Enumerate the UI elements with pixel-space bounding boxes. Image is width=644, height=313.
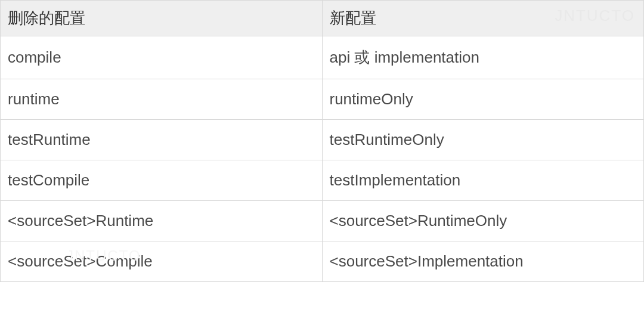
watermark-text: JNTUCTO [66,247,141,264]
table-header-row: 删除的配置 新配置 JNTUCTO [1,1,644,36]
cell-removed: runtime [1,79,323,120]
cell-new: testRuntimeOnly [322,120,644,160]
cell-new: api 或 implementation [322,36,644,79]
watermark-text: JNTUCTO [555,7,635,25]
cell-new: runtimeOnly [322,79,644,120]
table-row: runtime runtimeOnly [1,79,644,120]
cell-new: <sourceSet>Implementation [322,241,644,282]
cell-removed: JNTUCTO <sourceSet>Compile [1,241,323,282]
table-row: testCompile testImplementation [1,160,644,201]
header-removed-config: 删除的配置 [1,1,323,36]
config-mapping-table: 删除的配置 新配置 JNTUCTO compile api 或 implemen… [0,0,644,282]
table-row: testRuntime testRuntimeOnly [1,120,644,160]
cell-removed: <sourceSet>Runtime [1,201,323,241]
table-row: <sourceSet>Runtime <sourceSet>RuntimeOnl… [1,201,644,241]
table-row: JNTUCTO <sourceSet>Compile <sourceSet>Im… [1,241,644,282]
cell-removed: testCompile [1,160,323,201]
cell-removed: compile [1,36,323,79]
header-new-config: 新配置 JNTUCTO [322,1,644,36]
header-label: 删除的配置 [8,9,85,27]
cell-removed: testRuntime [1,120,323,160]
table-row: compile api 或 implementation [1,36,644,79]
cell-new: testImplementation [322,160,644,201]
cell-new: <sourceSet>RuntimeOnly [322,201,644,241]
header-label: 新配置 [330,9,376,27]
